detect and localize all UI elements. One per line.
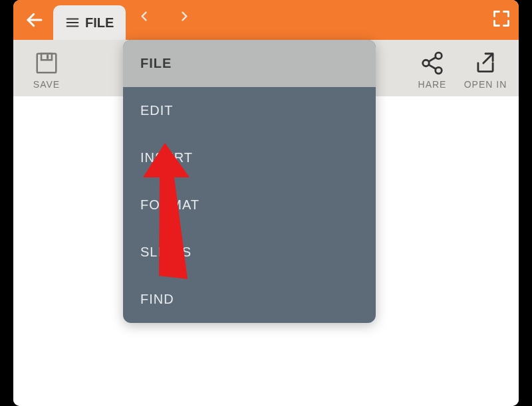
open-in-icon <box>473 51 498 76</box>
undo-redo-group <box>139 9 190 31</box>
share-icon <box>420 51 445 76</box>
redo-icon <box>171 9 190 28</box>
back-arrow-icon <box>25 10 45 30</box>
menu-item-file[interactable]: FILE <box>123 40 376 87</box>
top-bar: FILE <box>13 0 519 40</box>
share-button[interactable]: HARE <box>406 50 459 90</box>
redo-button[interactable] <box>171 9 190 31</box>
save-icon <box>34 51 59 76</box>
undo-button[interactable] <box>139 9 158 31</box>
menu-item-label: FIND <box>140 292 174 306</box>
expand-icon <box>492 9 511 28</box>
menu-item-label: EDIT <box>140 103 174 118</box>
menu-item-format[interactable]: FORMAT <box>123 181 376 229</box>
menu-item-label: INSERT <box>140 150 193 165</box>
fullscreen-button[interactable] <box>492 9 511 31</box>
menu-item-edit[interactable]: EDIT <box>123 87 376 134</box>
svg-point-9 <box>436 67 442 73</box>
svg-point-8 <box>423 60 430 66</box>
hamburger-icon <box>65 15 80 30</box>
file-menu-tab[interactable]: FILE <box>53 5 126 40</box>
menu-item-label: FILE <box>140 56 172 70</box>
save-label: SAVE <box>33 79 60 90</box>
share-label: HARE <box>418 79 447 90</box>
menu-item-label: FORMAT <box>140 197 200 212</box>
back-button[interactable] <box>21 7 48 33</box>
app-frame: FILE SAVE <box>13 0 519 406</box>
svg-line-11 <box>429 64 436 68</box>
open-in-label: OPEN IN <box>464 79 507 90</box>
menu-item-insert[interactable]: INSERT <box>123 134 376 181</box>
svg-line-10 <box>429 57 436 61</box>
svg-line-12 <box>483 54 492 62</box>
save-button[interactable]: SAVE <box>20 50 73 90</box>
undo-icon <box>139 9 158 28</box>
svg-point-7 <box>436 52 442 59</box>
menu-item-slides[interactable]: SLIDES <box>123 229 376 276</box>
menu-item-find[interactable]: FIND <box>123 276 376 323</box>
menu-item-label: SLIDES <box>140 245 192 259</box>
file-dropdown-menu: FILE EDIT INSERT FORMAT SLIDES FIND <box>123 40 376 323</box>
file-tab-label: FILE <box>85 15 114 31</box>
open-in-button[interactable]: OPEN IN <box>459 50 512 90</box>
